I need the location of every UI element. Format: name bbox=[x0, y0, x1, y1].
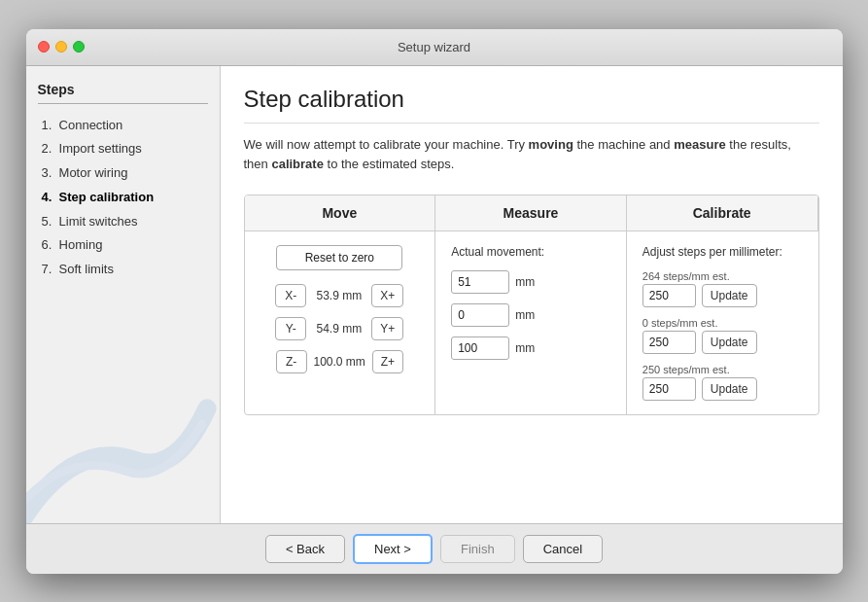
measure-header: Measure bbox=[435, 195, 627, 231]
x-measure-row: mm bbox=[451, 270, 610, 294]
x-update-button[interactable]: Update bbox=[702, 284, 757, 307]
footer: < Back Next > Finish Cancel bbox=[26, 523, 843, 574]
sidebar-item-import: 2. Import settings bbox=[38, 137, 208, 161]
calibrate-column: Adjust steps per millimeter: 264 steps/m… bbox=[627, 231, 818, 414]
sidebar-item-soft: 7. Soft limits bbox=[38, 258, 208, 282]
back-button[interactable]: < Back bbox=[265, 535, 345, 563]
reset-to-zero-button[interactable]: Reset to zero bbox=[276, 245, 402, 270]
z-est-label: 250 steps/mm est. bbox=[642, 364, 803, 375]
actual-movement-label: Actual movement: bbox=[451, 245, 610, 259]
x-axis-row: X- 53.9 mm X+ bbox=[260, 284, 420, 307]
y-cal-input-row: Update bbox=[642, 331, 803, 354]
z-cal-input-row: Update bbox=[642, 377, 803, 401]
x-plus-button[interactable]: X+ bbox=[371, 284, 403, 307]
z-axis-row: Z- 100.0 mm Z+ bbox=[260, 350, 420, 373]
y-measure-input[interactable] bbox=[451, 303, 509, 327]
x-est-label: 264 steps/mm est. bbox=[642, 270, 803, 282]
sidebar-item-homing: 6. Homing bbox=[38, 233, 208, 258]
traffic-lights bbox=[38, 41, 85, 53]
window-title: Setup wizard bbox=[398, 40, 470, 54]
maximize-button[interactable] bbox=[73, 41, 85, 53]
z-cal-row: 250 steps/mm est. Update bbox=[642, 364, 803, 401]
x-measure-input[interactable] bbox=[451, 270, 509, 294]
x-cal-input[interactable] bbox=[642, 284, 696, 307]
next-button[interactable]: Next > bbox=[353, 534, 433, 564]
z-value: 100.0 mm bbox=[313, 355, 366, 369]
sidebar-item-limit: 5. Limit switches bbox=[38, 210, 208, 234]
z-mm-label: mm bbox=[515, 341, 535, 355]
z-measure-row: mm bbox=[451, 336, 610, 360]
z-minus-button[interactable]: Z- bbox=[276, 350, 307, 373]
measure-column: Actual movement: mm mm mm bbox=[435, 231, 627, 414]
y-est-label: 0 steps/mm est. bbox=[642, 317, 803, 329]
x-cal-input-row: Update bbox=[642, 284, 803, 307]
y-axis-row: Y- 54.9 mm Y+ bbox=[260, 317, 420, 340]
main-window: Setup wizard Steps 1. Connection 2. Impo… bbox=[26, 29, 843, 574]
y-plus-button[interactable]: Y+ bbox=[371, 317, 403, 340]
finish-button[interactable]: Finish bbox=[440, 535, 515, 563]
z-cal-input[interactable] bbox=[642, 377, 696, 401]
sidebar-item-connection: 1. Connection bbox=[38, 114, 208, 138]
y-minus-button[interactable]: Y- bbox=[275, 317, 306, 340]
content-area: Step calibration We will now attempt to … bbox=[221, 66, 843, 523]
y-update-button[interactable]: Update bbox=[702, 331, 757, 354]
adjust-label: Adjust steps per millimeter: bbox=[642, 245, 803, 259]
sidebar-item-motor: 3. Motor wiring bbox=[38, 161, 208, 186]
y-cal-row: 0 steps/mm est. Update bbox=[642, 317, 803, 354]
x-cal-row: 264 steps/mm est. Update bbox=[642, 270, 803, 307]
x-mm-label: mm bbox=[515, 275, 535, 289]
description-text: We will now attempt to calibrate your ma… bbox=[244, 135, 819, 176]
z-update-button[interactable]: Update bbox=[702, 377, 757, 401]
x-minus-button[interactable]: X- bbox=[275, 284, 306, 307]
z-measure-input[interactable] bbox=[451, 336, 509, 360]
sidebar-heading: Steps bbox=[38, 82, 208, 104]
y-mm-label: mm bbox=[515, 308, 535, 322]
sidebar-item-step-calibration: 4. Step calibration bbox=[38, 186, 208, 210]
move-column: Reset to zero X- 53.9 mm X+ Y- 54.9 mm Y… bbox=[245, 231, 436, 414]
calibrate-header: Calibrate bbox=[627, 195, 818, 231]
y-value: 54.9 mm bbox=[312, 322, 365, 336]
cancel-button[interactable]: Cancel bbox=[523, 535, 603, 563]
calibration-grid: Move Measure Calibrate Reset to zero X- … bbox=[244, 195, 819, 415]
minimize-button[interactable] bbox=[55, 41, 67, 53]
close-button[interactable] bbox=[38, 41, 50, 53]
sidebar-watermark bbox=[26, 377, 221, 523]
sidebar: Steps 1. Connection 2. Import settings 3… bbox=[26, 66, 221, 523]
main-body: Steps 1. Connection 2. Import settings 3… bbox=[26, 66, 843, 523]
page-title: Step calibration bbox=[244, 86, 819, 124]
z-plus-button[interactable]: Z+ bbox=[372, 350, 403, 373]
move-header: Move bbox=[245, 195, 436, 231]
steps-list: 1. Connection 2. Import settings 3. Moto… bbox=[38, 114, 208, 283]
titlebar: Setup wizard bbox=[26, 29, 843, 66]
y-measure-row: mm bbox=[451, 303, 610, 327]
y-cal-input[interactable] bbox=[642, 331, 696, 354]
x-value: 53.9 mm bbox=[312, 289, 365, 302]
